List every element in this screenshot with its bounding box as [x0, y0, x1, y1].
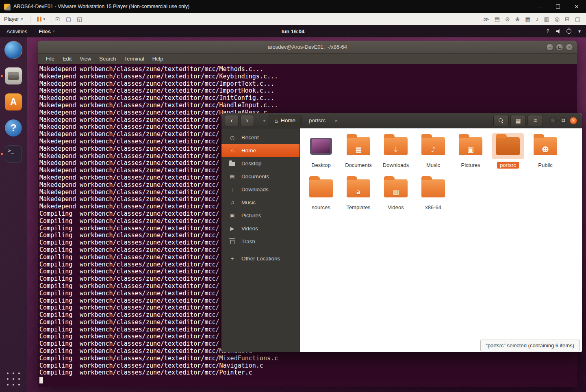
- dock-software-button[interactable]: [4, 93, 22, 111]
- forward-button[interactable]: ›: [240, 115, 254, 126]
- activities-button[interactable]: Activities: [0, 25, 34, 37]
- file-item-label: Public: [535, 162, 555, 169]
- files-headerbar[interactable]: ‹ › ◂ ⌂ Home portsrc ▸ ▦ ≡ – ×: [221, 113, 582, 128]
- chevron-down-icon: ▾: [53, 29, 55, 33]
- app-menu-button[interactable]: Files ▾: [34, 25, 59, 37]
- file-item-templates[interactable]: aTemplates: [340, 175, 377, 218]
- file-item-public[interactable]: ☻Public: [527, 133, 564, 175]
- path-scroll-left-icon[interactable]: ◂: [261, 118, 267, 123]
- grab-input-icon[interactable]: ⊡: [55, 16, 60, 22]
- vmware-minimize-button[interactable]: —: [530, 0, 549, 13]
- power-icon[interactable]: [566, 29, 571, 34]
- sidebar-item-label: Trash: [241, 238, 255, 245]
- terminal-close-button[interactable]: ×: [566, 43, 573, 51]
- download-emblem-icon: ↓: [393, 145, 399, 154]
- sidebar-item-recent[interactable]: ◷Recent: [221, 131, 300, 144]
- folder-icon: ▥: [384, 179, 408, 197]
- sidebar-item-label: Pictures: [241, 212, 261, 219]
- file-item-pictures[interactable]: ▣Pictures: [452, 133, 489, 175]
- document-emblem-icon: ▤: [355, 145, 362, 154]
- harddisk-icon[interactable]: ▥: [544, 16, 549, 22]
- usb-icon[interactable]: ⊟: [565, 16, 570, 22]
- file-item-label: Documents: [342, 162, 375, 169]
- help-icon[interactable]: ?: [545, 28, 550, 34]
- terminal-menu-file[interactable]: File: [42, 54, 59, 64]
- trash-icon: [229, 239, 236, 244]
- sidebar-item-videos[interactable]: ▶Videos: [221, 222, 300, 235]
- path-scroll-right-icon[interactable]: ▸: [334, 118, 339, 123]
- file-item-label: Music: [423, 162, 443, 169]
- expand-toolbar-icon[interactable]: ≫: [483, 16, 489, 22]
- files-maximize-button[interactable]: [560, 117, 567, 124]
- file-item-sources[interactable]: sources: [302, 175, 340, 218]
- files-minimize-button[interactable]: –: [549, 117, 557, 124]
- vmware-maximize-button[interactable]: [549, 0, 567, 13]
- dock-help-button[interactable]: [4, 119, 22, 137]
- terminal-menu-view[interactable]: View: [76, 54, 95, 64]
- dock-terminal-button[interactable]: [4, 145, 22, 163]
- file-item-documents[interactable]: ▤Documents: [340, 133, 377, 175]
- terminal-minimize-button[interactable]: –: [546, 43, 553, 51]
- system-tray[interactable]: ?▾: [545, 25, 582, 37]
- shared-folders-icon[interactable]: ▤: [495, 16, 500, 22]
- document-icon: ▤: [229, 173, 236, 180]
- chevron-down-icon[interactable]: ▾: [577, 28, 582, 34]
- disable-icon[interactable]: ⊘: [505, 16, 510, 22]
- sidebar-item-label: Desktop: [241, 160, 262, 167]
- player-menu-button[interactable]: Player ▾: [0, 13, 27, 25]
- dock-files-button[interactable]: [4, 67, 22, 85]
- picture-emblem-icon: ▣: [467, 145, 474, 154]
- sidebar-item-other-locations[interactable]: +Other Locations: [221, 252, 300, 265]
- files-icon-grid[interactable]: Desktop▤Documents↓Downloads♪Music▣Pictur…: [300, 128, 582, 352]
- file-item-music[interactable]: ♪Music: [415, 133, 452, 175]
- file-item-downloads[interactable]: ↓Downloads: [377, 133, 415, 175]
- printer-icon[interactable]: ▦: [525, 16, 530, 22]
- file-item-desktop[interactable]: Desktop: [302, 133, 340, 175]
- file-item-label: Templates: [343, 204, 373, 211]
- terminal-menu-terminal[interactable]: Terminal: [120, 54, 148, 64]
- vmware-close-button[interactable]: ✕: [567, 0, 586, 13]
- file-item-x86-64[interactable]: x86-64: [415, 175, 452, 218]
- sidebar-item-desktop[interactable]: Desktop: [221, 157, 300, 170]
- desktop-screen-icon: [310, 138, 332, 155]
- clock-button[interactable]: lun 16:04: [278, 25, 308, 37]
- firefox-icon: [4, 41, 22, 59]
- breadcrumb-current[interactable]: portsrc: [303, 115, 331, 126]
- cdrom-icon[interactable]: ◎: [555, 16, 560, 22]
- search-button[interactable]: [493, 115, 509, 126]
- user-add-icon[interactable]: ⊕: [515, 16, 520, 22]
- terminal-menu-edit[interactable]: Edit: [59, 54, 76, 64]
- dock-firefox-button[interactable]: [4, 41, 22, 59]
- sound-icon[interactable]: ♪: [536, 16, 539, 22]
- folder-icon: [421, 179, 445, 197]
- suspend-vm-button[interactable]: ▾: [34, 13, 48, 25]
- sidebar-item-music[interactable]: ♫Music: [221, 196, 300, 209]
- terminal-maximize-button[interactable]: [556, 43, 563, 51]
- fullscreen-icon[interactable]: ▢: [66, 16, 71, 22]
- terminal-menu-help[interactable]: Help: [148, 54, 167, 64]
- maximize-icon: [556, 4, 560, 9]
- back-button[interactable]: ‹: [225, 115, 239, 126]
- library-panel-icon[interactable]: ▢: [575, 16, 580, 22]
- sidebar-item-pictures[interactable]: ▣Pictures: [221, 209, 300, 222]
- sidebar-item-downloads[interactable]: ↓Downloads: [221, 183, 300, 196]
- breadcrumb-home[interactable]: ⌂ Home: [269, 115, 302, 126]
- files-close-button[interactable]: ×: [570, 117, 577, 124]
- terminal-output-line: Makedepend workbench/classes/zune/texted…: [39, 102, 577, 109]
- view-toggle-button[interactable]: ▦: [510, 115, 526, 126]
- volume-icon[interactable]: [556, 29, 561, 34]
- trash-icon: [230, 240, 234, 244]
- vmware-titlebar: AROS64-DevE01 - VMware Workstation 15 Pl…: [0, 0, 586, 13]
- show-applications-button[interactable]: [6, 372, 21, 386]
- sidebar-item-documents[interactable]: ▤Documents: [221, 170, 300, 183]
- file-item-videos[interactable]: ▥Videos: [377, 175, 415, 218]
- unity-mode-icon[interactable]: ◱: [77, 16, 82, 22]
- terminal-menu-search[interactable]: Search: [95, 54, 120, 64]
- hamburger-menu-button[interactable]: ≡: [527, 115, 543, 126]
- sidebar-item-home[interactable]: ⌂Home: [221, 144, 300, 157]
- file-item-portsrc[interactable]: portsrc: [489, 133, 527, 175]
- sidebar-item-trash[interactable]: Trash: [221, 235, 300, 248]
- terminal-titlebar[interactable]: arosdev@Aros-DevE01: ~/x86-64 – ×: [38, 41, 577, 54]
- vmware-toolbar: Player ▾ ▾ ⊡▢◱ ≫▤⊘⊕▦♪▥◎⊟▢: [0, 13, 586, 25]
- file-item-label: Downloads: [380, 162, 412, 169]
